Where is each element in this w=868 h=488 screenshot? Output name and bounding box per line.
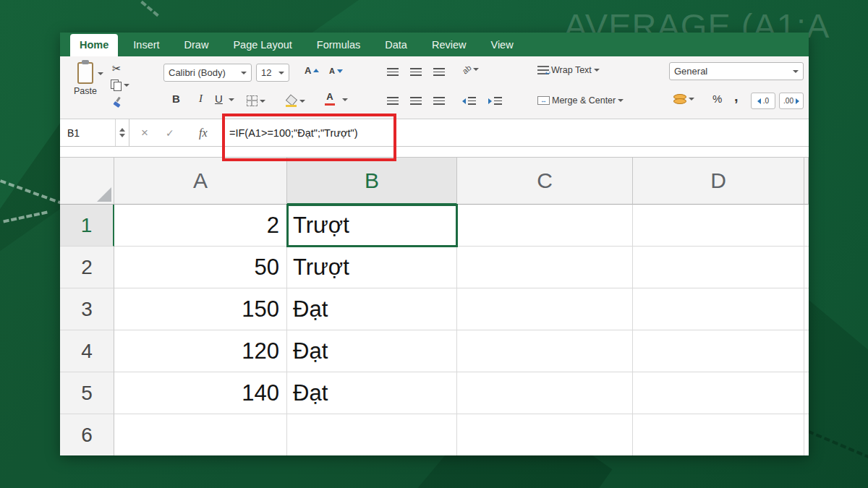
- column-header-a[interactable]: A: [114, 158, 287, 205]
- font-name-select[interactable]: Calibri (Body): [163, 64, 252, 82]
- chevron-down-icon: [278, 72, 284, 74]
- cell-B2[interactable]: Trượt: [287, 247, 457, 288]
- cell-A3[interactable]: 150: [114, 288, 287, 330]
- align-middle-button[interactable]: [410, 68, 422, 76]
- cell-D2[interactable]: [633, 247, 804, 288]
- tab-draw[interactable]: Draw: [175, 34, 218, 56]
- insert-function-button[interactable]: fx: [199, 119, 208, 146]
- sheet-row-6: 6: [60, 414, 809, 455]
- align-right-button[interactable]: [433, 97, 445, 105]
- column-header-c[interactable]: C: [457, 158, 633, 205]
- paint-brush-icon: [112, 97, 123, 108]
- increase-indent-button[interactable]: [488, 97, 502, 105]
- align-left-button[interactable]: [387, 97, 399, 105]
- cell-stub: [804, 247, 809, 288]
- decrease-decimal-button[interactable]: .00: [779, 93, 804, 109]
- cell-B5[interactable]: Đạt: [287, 372, 457, 414]
- underline-button[interactable]: U: [215, 93, 223, 105]
- row-header-6[interactable]: 6: [60, 414, 114, 455]
- chevron-down-icon: [473, 68, 479, 71]
- borders-button[interactable]: [247, 95, 265, 106]
- increase-decimal-button[interactable]: .0: [751, 93, 775, 109]
- row-header-4[interactable]: 4: [60, 330, 114, 372]
- column-header-d[interactable]: D: [633, 158, 804, 205]
- align-bottom-button[interactable]: [433, 68, 445, 76]
- grow-font-letter: A: [305, 65, 311, 76]
- name-box[interactable]: B1: [60, 119, 129, 146]
- cell-B4[interactable]: Đạt: [287, 330, 457, 372]
- chevron-down-icon: [689, 98, 694, 100]
- tab-view[interactable]: View: [481, 34, 522, 56]
- shrink-font-letter: A: [329, 67, 335, 75]
- enter-button[interactable]: ✓: [166, 119, 174, 146]
- column-header-b[interactable]: B: [287, 158, 457, 205]
- decrease-indent-button[interactable]: [462, 97, 476, 105]
- decrease-font-size-button[interactable]: A: [329, 67, 343, 75]
- tab-home[interactable]: Home: [70, 34, 118, 56]
- cell-A5[interactable]: 140: [114, 372, 287, 414]
- select-all-corner[interactable]: [60, 158, 114, 205]
- increase-decimal-label: .0: [763, 97, 769, 105]
- text-orientation-button[interactable]: ab: [462, 65, 479, 74]
- cell-A6[interactable]: [114, 414, 287, 455]
- number-format-select[interactable]: General: [669, 62, 804, 80]
- cell-D4[interactable]: [633, 330, 804, 372]
- cancel-button[interactable]: ×: [141, 119, 148, 146]
- cell-D1[interactable]: [633, 205, 804, 247]
- cell-C3[interactable]: [457, 288, 633, 330]
- cell-A2[interactable]: 50: [114, 247, 287, 288]
- align-center-button[interactable]: [410, 97, 422, 105]
- underline-dropdown[interactable]: [229, 98, 234, 101]
- font-color-button[interactable]: A: [325, 93, 335, 106]
- font-size-select[interactable]: 12: [256, 64, 289, 82]
- column-header-row: A B C D: [60, 157, 809, 205]
- cell-D6[interactable]: [633, 414, 804, 455]
- increase-font-size-button[interactable]: A: [305, 65, 319, 76]
- tab-review[interactable]: Review: [422, 34, 476, 56]
- row-header-2[interactable]: 2: [60, 247, 114, 288]
- cell-D5[interactable]: [633, 372, 804, 414]
- cell-C6[interactable]: [457, 414, 633, 455]
- copy-button[interactable]: [111, 80, 129, 90]
- spreadsheet-grid: A B C D 1 2 Trượt 2 50 Trượt: [60, 157, 809, 455]
- cell-stub: [804, 372, 809, 414]
- tab-data[interactable]: Data: [375, 34, 417, 56]
- cell-C2[interactable]: [457, 247, 633, 288]
- tab-formulas[interactable]: Formulas: [307, 34, 370, 56]
- cell-B6[interactable]: [287, 414, 457, 455]
- cell-B1[interactable]: Trượt: [287, 205, 457, 247]
- row-header-1[interactable]: 1: [60, 205, 114, 247]
- align-top-button[interactable]: [387, 68, 399, 76]
- cell-C1[interactable]: [457, 205, 633, 247]
- cell-C4[interactable]: [457, 330, 633, 372]
- triangle-left-icon: [757, 98, 761, 104]
- cell-B3[interactable]: Đạt: [287, 288, 457, 330]
- ribbon-toolbar: Paste ✂ Calibri (Body) 12 A: [60, 56, 809, 119]
- row-header-5[interactable]: 5: [60, 372, 114, 414]
- wrap-text-button[interactable]: ↩ Wrap Text: [537, 65, 600, 75]
- cell-C5[interactable]: [457, 372, 633, 414]
- percent-format-button[interactable]: %: [712, 93, 722, 105]
- paste-button[interactable]: Paste: [66, 59, 105, 116]
- name-box-stepper[interactable]: [115, 119, 129, 146]
- cut-button[interactable]: ✂: [112, 62, 122, 75]
- currency-format-button[interactable]: [673, 94, 694, 104]
- sheet-row-2: 2 50 Trượt: [60, 247, 809, 288]
- cell-D3[interactable]: [633, 288, 804, 330]
- tab-page-layout[interactable]: Page Layout: [224, 34, 301, 56]
- font-color-dropdown[interactable]: [342, 98, 348, 101]
- ribbon-tab-bar: Home Insert Draw Page Layout Formulas Da…: [60, 33, 809, 56]
- italic-button[interactable]: I: [199, 93, 203, 105]
- indent-lines-icon: [468, 97, 476, 105]
- cell-A4[interactable]: 120: [114, 330, 287, 372]
- format-painter-button[interactable]: [112, 97, 123, 108]
- bold-button[interactable]: B: [172, 93, 180, 105]
- formula-input[interactable]: =IF(A1>=100;"Đạt";"Trượt"): [229, 119, 357, 146]
- tab-insert[interactable]: Insert: [124, 34, 169, 56]
- align-center-icon: [410, 97, 422, 105]
- cell-A1[interactable]: 2: [114, 205, 287, 247]
- fill-color-button[interactable]: [286, 95, 305, 107]
- merge-center-button[interactable]: ↔ Merge & Center: [537, 95, 624, 106]
- comma-format-button[interactable]: ,: [734, 88, 739, 105]
- row-header-3[interactable]: 3: [60, 288, 114, 330]
